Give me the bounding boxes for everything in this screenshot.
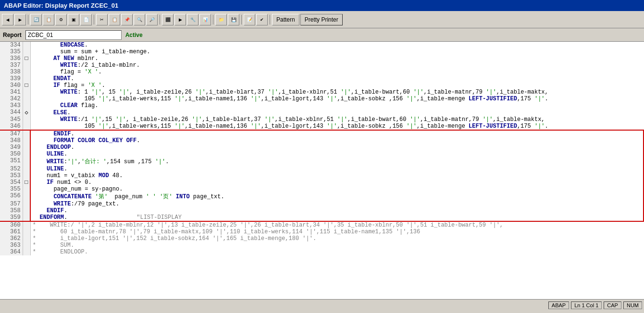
pattern-label: Pattern: [276, 16, 295, 23]
toolbar-btn-19[interactable]: 📝: [244, 14, 255, 25]
toolbar-btn-18[interactable]: 💾: [228, 14, 239, 25]
table-row: 340□ IF flag = 'X '.: [0, 82, 644, 89]
toolbar-btn-7[interactable]: 📄: [80, 14, 92, 25]
pattern-button[interactable]: Pattern: [272, 14, 299, 25]
code-scroll[interactable]: 334 ENDCASE.335 sum = sum + i_table-meng…: [0, 42, 644, 299]
line-code[interactable]: ENDIF.: [30, 130, 644, 137]
line-code[interactable]: 105 '|',i_table-werks,115 '|',i_table-na…: [30, 96, 644, 102]
position-indicator: Ln 1 Col 1: [571, 301, 602, 309]
line-code[interactable]: ULINE.: [30, 151, 644, 157]
toolbar-btn-4[interactable]: 📋: [43, 14, 54, 25]
line-code[interactable]: 105 '|',i_table-werks,115 '|',i_table-na…: [30, 123, 644, 130]
table-row: 336□ AT NEW mblnr.: [0, 55, 644, 62]
line-code[interactable]: WRITE: 1 '|', 15 '|', i_table-zeile,26 '…: [30, 89, 644, 96]
line-code[interactable]: IF flag = 'X '.: [30, 82, 644, 89]
line-marker: [23, 123, 30, 130]
toolbar-btn-16[interactable]: 📊: [199, 14, 211, 25]
toolbar-btn-8[interactable]: ✂: [96, 14, 108, 25]
line-number: 334: [0, 42, 23, 48]
line-code[interactable]: * SUM.: [30, 242, 644, 249]
icon-3: 🔄: [34, 17, 39, 22]
icon-5: ⚙: [59, 17, 63, 22]
toolbar-btn-6[interactable]: ▣: [68, 14, 79, 25]
icon-14: ▶: [179, 17, 182, 22]
line-number: 348: [0, 137, 23, 144]
line-number: 362: [0, 235, 23, 242]
line-number: 350: [0, 151, 23, 157]
table-row: 349 ENDLOOP.: [0, 144, 644, 151]
pretty-printer-button[interactable]: Pretty Printer: [300, 14, 343, 25]
icon-16: 📊: [203, 17, 208, 22]
table-row: 348 FORMAT COLOR COL_KEY OFF.: [0, 137, 644, 144]
toolbar-btn-12[interactable]: 🔎: [146, 14, 158, 25]
back-button[interactable]: ◄: [2, 14, 13, 25]
line-code[interactable]: * 60 i_table-matnr,78 '|',79 i_table-mak…: [30, 229, 644, 235]
line-code[interactable]: num1 = v_tabix MOD 48.: [30, 172, 644, 179]
toolbar-btn-9[interactable]: 📋: [109, 14, 120, 25]
line-marker: □: [23, 55, 30, 62]
line-code[interactable]: CONCATENATE '第' page_num ' ' '页' INTO pa…: [30, 193, 644, 201]
line-code[interactable]: WRITE:'|','合计: ',154 sum ,175 '|'.: [30, 157, 644, 166]
lang-indicator: ABAP: [548, 301, 569, 309]
toolbar-btn-10[interactable]: 📌: [121, 14, 133, 25]
line-number: 336: [0, 55, 23, 62]
line-marker: [23, 201, 30, 207]
line-marker: [23, 214, 30, 221]
line-code[interactable]: FORMAT COLOR COL_KEY OFF.: [30, 137, 644, 144]
table-row: 364* ENDLOOP.: [0, 249, 644, 255]
line-code[interactable]: flag = 'X '.: [30, 69, 644, 75]
forward-button[interactable]: ►: [14, 14, 26, 25]
line-number: 363: [0, 242, 23, 249]
table-row: 360* WRITE:/ '|',2 i_table-mblnr,12 '|',…: [0, 221, 644, 229]
line-number: 358: [0, 207, 23, 214]
toolbar-btn-13[interactable]: ⬛: [162, 14, 173, 25]
line-code[interactable]: CLEAR flag.: [30, 102, 644, 109]
line-code[interactable]: WRITE:/2 i_table-mblnr.: [30, 62, 644, 69]
line-code[interactable]: * i_table-lgort,151 '|',152 i_table-sobk…: [30, 235, 644, 242]
title-bar: ABAP Editor: Display Report ZCEC_01: [0, 0, 644, 11]
table-row: 344◇ ELSE.: [0, 109, 644, 116]
line-code[interactable]: ENDCASE.: [30, 42, 644, 48]
line-marker: [23, 102, 30, 109]
icon-12: 🔎: [149, 17, 155, 22]
line-marker: [23, 48, 30, 55]
line-marker: [23, 193, 30, 201]
line-number: 360: [0, 221, 23, 229]
table-row: 341 WRITE: 1 '|', 15 '|', i_table-zeile,…: [0, 89, 644, 96]
line-code[interactable]: ULINE.: [30, 166, 644, 172]
line-number: 349: [0, 144, 23, 151]
line-marker: [23, 116, 30, 123]
table-row: 353 num1 = v_tabix MOD 48.: [0, 172, 644, 179]
toolbar-btn-11[interactable]: 🔍: [134, 14, 145, 25]
line-marker: [23, 249, 30, 255]
toolbar-btn-3[interactable]: 🔄: [30, 14, 42, 25]
table-row: 350 ULINE.: [0, 151, 644, 157]
report-input[interactable]: [25, 30, 122, 40]
line-code[interactable]: sum = sum + i_table-menge.: [30, 48, 644, 55]
line-code[interactable]: ENDIF.: [30, 207, 644, 214]
toolbar-btn-14[interactable]: ▶: [174, 14, 186, 25]
code-area: 334 ENDCASE.335 sum = sum + i_table-meng…: [0, 42, 644, 299]
line-code[interactable]: * WRITE:/ '|',2 i_table-mblnr,12 '|',13 …: [30, 221, 644, 229]
line-code[interactable]: * ENDLOOP.: [30, 249, 644, 255]
toolbar-btn-20[interactable]: ✔: [256, 14, 268, 25]
line-code[interactable]: page_num = sy-pagno.: [30, 186, 644, 193]
line-code[interactable]: IF num1 <> 0.: [30, 179, 644, 186]
line-marker: [23, 144, 30, 151]
toolbar-btn-15[interactable]: 🔧: [187, 14, 198, 25]
line-code[interactable]: ELSE.: [30, 109, 644, 116]
title-text: ABAP Editor: Display Report ZCEC_01: [4, 2, 118, 9]
toolbar-btn-17[interactable]: 📁: [215, 14, 227, 25]
toolbar-btn-5[interactable]: ⚙: [55, 14, 67, 25]
line-number: 355: [0, 186, 23, 193]
line-marker: [23, 186, 30, 193]
line-code[interactable]: WRITE:/79 page_txt.: [30, 201, 644, 207]
line-code[interactable]: WRITE:/1 '|',15 '|', i_table-zeile,26 '|…: [30, 116, 644, 123]
line-code[interactable]: AT NEW mblnr.: [30, 55, 644, 62]
line-marker: ◇: [23, 109, 30, 116]
line-code[interactable]: ENDAT.: [30, 75, 644, 82]
line-code[interactable]: ENDLOOP.: [30, 144, 644, 151]
table-row: 355 page_num = sy-pagno.: [0, 186, 644, 193]
icon-17: 📁: [219, 17, 224, 22]
line-code[interactable]: ENDFORM. "LIST-DISPLAY: [30, 214, 644, 221]
